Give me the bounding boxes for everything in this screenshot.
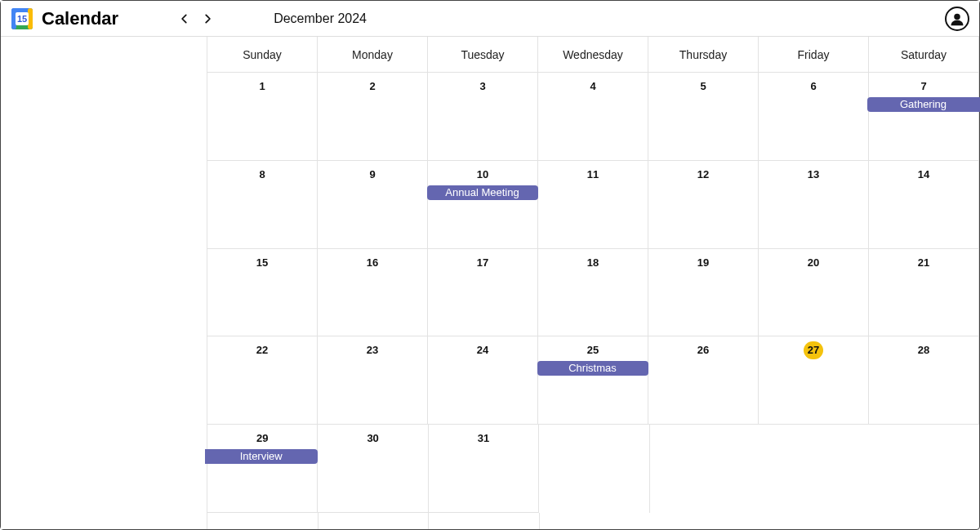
week-row: 29 Interview 30 31 (207, 425, 979, 513)
week-row: 8 9 10 Annual Meeting 11 12 (207, 161, 979, 249)
day-number: 13 (804, 166, 822, 184)
day-cell[interactable]: 20 (759, 249, 869, 337)
day-cell[interactable]: 29 Interview (207, 425, 318, 513)
week-row: 22 23 24 25 Christmas 26 (207, 336, 979, 425)
day-cell[interactable]: 30 (318, 425, 428, 513)
next-month-button[interactable] (198, 10, 216, 28)
weekday-row: Sunday Monday Tuesday Wednesday Thursday… (207, 37, 979, 73)
day-number: 19 (694, 254, 712, 272)
day-cell[interactable]: 25 Christmas (538, 336, 648, 425)
event-gathering[interactable]: Gathering (867, 97, 980, 112)
day-cell[interactable]: 16 (318, 249, 428, 337)
day-number: 4 (584, 78, 602, 96)
svg-point-6 (954, 13, 960, 20)
day-number: 2 (363, 78, 381, 96)
calendar-logo-icon: 15 (11, 7, 33, 30)
day-number: 16 (363, 254, 381, 272)
day-cell[interactable]: 26 (648, 336, 759, 425)
day-number: 23 (363, 341, 381, 359)
day-cell[interactable]: 18 (538, 249, 648, 337)
current-month-label: December 2024 (274, 11, 367, 26)
week-row: 1 2 3 4 5 6 (207, 73, 979, 161)
calendar-app: 15 Calendar December 2024 (0, 0, 980, 530)
event-annual-meeting[interactable]: Annual Meeting (427, 185, 538, 200)
day-cell[interactable]: 12 (648, 161, 759, 249)
weekday-header: Thursday (648, 37, 759, 73)
day-number: 5 (694, 78, 712, 96)
day-cell[interactable]: 8 (207, 161, 318, 249)
app-header: 15 Calendar December 2024 (1, 1, 979, 37)
weekday-header: Sunday (207, 37, 318, 73)
day-cell[interactable]: 11 (538, 161, 648, 249)
day-number: 26 (694, 341, 712, 359)
weekday-header: Wednesday (538, 37, 648, 73)
sidebar-gutter (1, 37, 207, 529)
weekday-header: Monday (318, 37, 428, 73)
day-number: 9 (363, 166, 381, 184)
day-number: 25 (584, 341, 602, 359)
chevron-left-icon (179, 13, 190, 24)
day-cell[interactable]: 27 (759, 336, 869, 425)
day-cell[interactable]: 4 (538, 73, 648, 161)
month-nav (176, 10, 216, 28)
day-cell[interactable]: 15 (207, 249, 318, 337)
day-cell[interactable]: 17 (428, 249, 538, 337)
day-number: 11 (584, 166, 602, 184)
day-number: 10 (474, 166, 492, 184)
day-cell[interactable]: 9 (318, 161, 428, 249)
day-number: 28 (915, 341, 933, 359)
day-number: 6 (804, 78, 822, 96)
day-cell[interactable]: 10 Annual Meeting (428, 161, 538, 249)
weeks-container: 1 2 3 4 5 6 (207, 73, 979, 529)
day-number: 14 (915, 166, 933, 184)
day-cell[interactable]: 31 (429, 425, 539, 513)
day-number: 18 (584, 254, 602, 272)
day-number: 31 (474, 430, 492, 448)
day-cell[interactable]: 23 (318, 336, 428, 425)
day-cell[interactable]: 5 (648, 73, 759, 161)
grid-bottom-spacer (207, 513, 979, 529)
app-title: Calendar (42, 8, 118, 29)
prev-month-button[interactable] (176, 10, 194, 28)
day-cell[interactable]: 2 (318, 73, 428, 161)
day-number: 20 (804, 254, 822, 272)
calendar-logo-day: 15 (17, 13, 27, 23)
day-cell[interactable]: 3 (428, 73, 538, 161)
day-number: 12 (694, 166, 712, 184)
day-number: 8 (253, 166, 271, 184)
weekday-header: Friday (759, 37, 869, 73)
day-number: 21 (915, 254, 933, 272)
day-cell[interactable]: 28 (869, 336, 979, 425)
user-icon (949, 11, 965, 27)
day-cell[interactable]: 1 (207, 73, 318, 161)
day-number: 3 (474, 78, 492, 96)
day-number: 22 (253, 341, 271, 359)
day-number: 17 (474, 254, 492, 272)
day-cell-empty[interactable] (539, 425, 649, 513)
day-cell[interactable]: 22 (207, 336, 318, 425)
weekday-header: Tuesday (428, 37, 538, 73)
calendar-main: Sunday Monday Tuesday Wednesday Thursday… (1, 37, 979, 529)
calendar-grid: Sunday Monday Tuesday Wednesday Thursday… (207, 37, 979, 529)
day-cell[interactable]: 19 (648, 249, 759, 337)
day-number: 24 (474, 341, 492, 359)
day-cell[interactable]: 7 Gathering (869, 73, 979, 161)
day-cell[interactable]: 21 (869, 249, 979, 337)
day-cell-empty[interactable] (650, 425, 760, 513)
day-cell[interactable]: 24 (428, 336, 538, 425)
day-cell[interactable]: 14 (869, 161, 979, 249)
chevron-right-icon (202, 13, 213, 24)
day-number: 7 (915, 78, 933, 96)
event-interview[interactable]: Interview (205, 449, 318, 464)
day-number-today: 27 (804, 341, 823, 359)
day-cell[interactable]: 13 (759, 161, 869, 249)
week-row: 15 16 17 18 19 20 (207, 249, 979, 337)
day-number: 29 (253, 430, 271, 448)
event-christmas[interactable]: Christmas (537, 361, 648, 376)
day-cell-empty[interactable] (870, 425, 979, 513)
day-number: 15 (253, 254, 271, 272)
day-cell-empty[interactable] (760, 425, 869, 513)
weekday-header: Saturday (869, 37, 979, 73)
day-cell[interactable]: 6 (759, 73, 869, 161)
account-button[interactable] (945, 7, 969, 31)
